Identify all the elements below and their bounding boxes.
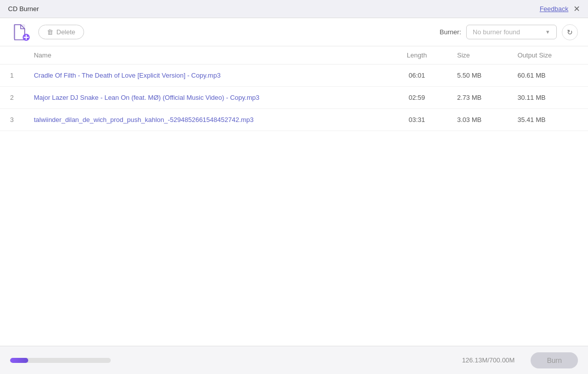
refresh-icon: ↻ xyxy=(567,28,573,36)
row-num: 1 xyxy=(0,65,24,87)
row-length: 06:01 xyxy=(387,65,447,87)
chevron-down-icon: ▼ xyxy=(545,29,550,35)
add-file-button[interactable] xyxy=(10,21,32,43)
burn-button[interactable]: Burn xyxy=(531,352,578,368)
title-bar: CD Burner Feedback ✕ xyxy=(0,0,588,18)
row-num: 3 xyxy=(0,109,24,131)
close-button[interactable]: ✕ xyxy=(573,5,580,13)
refresh-button[interactable]: ↻ xyxy=(562,24,578,40)
app-title: CD Burner xyxy=(8,5,39,13)
table-header-row: Name Length Size Output Size xyxy=(0,46,588,65)
delete-label: Delete xyxy=(56,28,76,36)
row-size: 5.50 MB xyxy=(447,65,507,87)
burner-dropdown[interactable]: No burner found ▼ xyxy=(466,25,557,39)
col-header-num xyxy=(0,46,24,65)
row-output-size: 30.11 MB xyxy=(507,87,588,109)
row-length: 02:59 xyxy=(387,87,447,109)
feedback-link[interactable]: Feedback xyxy=(540,5,568,13)
table-row[interactable]: 3 talwiinder_dilan_de_wich_prod_push_kah… xyxy=(0,109,588,131)
usage-text: 126.13M/700.00M xyxy=(119,356,514,364)
row-length: 03:31 xyxy=(387,109,447,131)
trash-icon: 🗑 xyxy=(47,28,53,36)
col-header-length: Length xyxy=(387,46,447,65)
table-row[interactable]: 2 Major Lazer DJ Snake - Lean On (feat. … xyxy=(0,87,588,109)
file-list-table: Name Length Size Output Size 1 Cradle Of… xyxy=(0,46,588,346)
col-header-size: Size xyxy=(447,46,507,65)
title-bar-controls: Feedback ✕ xyxy=(540,5,580,13)
row-size: 2.73 MB xyxy=(447,87,507,109)
col-header-output-size: Output Size xyxy=(507,46,588,65)
row-num: 2 xyxy=(0,87,24,109)
burner-select-value: No burner found xyxy=(473,28,541,36)
row-name: Major Lazer DJ Snake - Lean On (feat. MØ… xyxy=(24,87,387,109)
add-file-icon xyxy=(12,23,30,41)
row-name: talwiinder_dilan_de_wich_prod_push_kahlo… xyxy=(24,109,387,131)
bottom-bar: 126.13M/700.00M Burn xyxy=(0,346,588,374)
row-output-size: 35.41 MB xyxy=(507,109,588,131)
progress-track xyxy=(10,358,111,363)
table-row[interactable]: 1 Cradle Of Filth - The Death of Love [E… xyxy=(0,65,588,87)
col-header-name: Name xyxy=(24,46,387,65)
row-name: Cradle Of Filth - The Death of Love [Exp… xyxy=(24,65,387,87)
row-output-size: 60.61 MB xyxy=(507,65,588,87)
toolbar-right: Burner: No burner found ▼ ↻ xyxy=(439,24,578,40)
burner-label: Burner: xyxy=(439,28,461,36)
toolbar-left: 🗑 Delete xyxy=(10,21,84,43)
row-size: 3.03 MB xyxy=(447,109,507,131)
delete-button[interactable]: 🗑 Delete xyxy=(38,25,84,39)
toolbar: 🗑 Delete Burner: No burner found ▼ ↻ xyxy=(0,18,588,46)
progress-fill xyxy=(10,358,28,363)
